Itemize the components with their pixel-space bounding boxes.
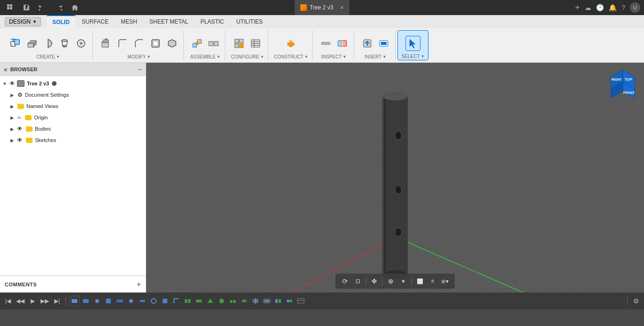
viewport[interactable]: TOP FRONT RIGHT ⟳ ⊡ ✥ ⊕ ▼ ⬜ # ⊞▼ bbox=[146, 63, 644, 293]
timeline-tool-8[interactable] bbox=[149, 296, 159, 306]
step-forward-icon[interactable]: ▶| bbox=[52, 296, 62, 306]
tab-surface[interactable]: SURFACE bbox=[76, 15, 115, 28]
origin-eye-icon[interactable]: 👁 bbox=[17, 115, 22, 120]
configure-icon[interactable] bbox=[231, 36, 247, 51]
browser-minus-icon[interactable]: − bbox=[138, 66, 142, 73]
joint-icon[interactable] bbox=[190, 36, 205, 51]
construct-label[interactable]: CONSTRUCT ▼ bbox=[274, 54, 308, 60]
grid-icon[interactable]: # bbox=[427, 276, 438, 287]
timeline-tool-4[interactable] bbox=[103, 296, 114, 306]
settings-gear-icon[interactable]: ⚙ bbox=[631, 296, 641, 306]
grid-menu-icon[interactable] bbox=[4, 2, 17, 13]
loft-icon[interactable] bbox=[57, 36, 72, 51]
tree-item-doc-settings[interactable]: ▶ ⚙ Document Settings bbox=[0, 89, 146, 100]
configure-table-icon[interactable] bbox=[248, 36, 263, 51]
tree-expand-views[interactable]: ▶ bbox=[9, 103, 15, 109]
timeline-tool-5[interactable] bbox=[115, 296, 125, 306]
design-button[interactable]: DESIGN ▼ bbox=[5, 17, 41, 26]
create-label[interactable]: CREATE ▼ bbox=[36, 54, 60, 60]
grid-options-icon[interactable]: ⊞▼ bbox=[440, 276, 451, 287]
select-label[interactable]: SELECT ▼ bbox=[402, 54, 425, 60]
timeline-tool-13[interactable] bbox=[205, 296, 215, 306]
tab-mesh[interactable]: MESH bbox=[115, 15, 143, 28]
zoom-dropdown-icon[interactable]: ▼ bbox=[398, 276, 409, 287]
fillet-icon[interactable] bbox=[115, 36, 130, 51]
notification-icon[interactable]: 🔔 bbox=[609, 4, 617, 11]
measure-icon[interactable] bbox=[318, 36, 333, 51]
tree-expand-root[interactable]: ▼ bbox=[2, 81, 8, 86]
select-icon[interactable] bbox=[405, 36, 421, 51]
tree-item-named-views[interactable]: ▶ Named Views bbox=[0, 100, 146, 112]
cloud-icon[interactable]: ☁ bbox=[585, 4, 591, 11]
timeline-tool-14[interactable] bbox=[216, 296, 227, 306]
save-icon[interactable] bbox=[20, 2, 33, 13]
tree-eye-root[interactable]: 👁 bbox=[9, 80, 15, 87]
timeline-tool-17[interactable] bbox=[250, 296, 261, 306]
timeline-tool-12[interactable] bbox=[194, 296, 204, 306]
timeline-tool-20[interactable] bbox=[284, 296, 295, 306]
tab-solid[interactable]: SOLID bbox=[47, 15, 75, 28]
tab-sheet-metal[interactable]: SHEET METAL bbox=[144, 15, 194, 28]
tree-expand-bodies[interactable]: ▶ bbox=[9, 126, 15, 132]
tab-utilities[interactable]: UTILITIES bbox=[231, 15, 268, 28]
home-icon[interactable] bbox=[68, 2, 81, 13]
tree-item-root[interactable]: ▼ 👁 Tree 2 v3 bbox=[0, 78, 146, 89]
interference-icon[interactable] bbox=[335, 36, 350, 51]
undo-icon[interactable] bbox=[36, 2, 49, 13]
user-avatar[interactable]: U bbox=[630, 2, 640, 13]
shell-icon[interactable] bbox=[148, 36, 163, 51]
timeline-tool-19[interactable] bbox=[273, 296, 283, 306]
play-icon[interactable]: ▶ bbox=[27, 296, 38, 306]
offset-plane-icon[interactable] bbox=[283, 36, 298, 51]
timeline-tool-3[interactable] bbox=[92, 296, 102, 306]
tree-item-bodies[interactable]: ▶ 👁 Bodies bbox=[0, 123, 146, 134]
configure-label[interactable]: CONFIGURE ▼ bbox=[231, 54, 264, 60]
redo-icon[interactable] bbox=[52, 2, 65, 13]
help-icon[interactable]: ? bbox=[621, 4, 625, 11]
inspect-label[interactable]: INSPECT ▼ bbox=[321, 54, 346, 60]
next-frame-icon[interactable]: ▶▶ bbox=[40, 296, 50, 306]
timeline-tool-18[interactable] bbox=[262, 296, 272, 306]
tab-close-icon[interactable]: × bbox=[340, 4, 344, 11]
display-mode-icon[interactable]: ⬜ bbox=[414, 276, 426, 287]
tab-plastic[interactable]: PLASTIC bbox=[195, 15, 230, 28]
timeline-tool-21[interactable] bbox=[296, 296, 306, 306]
document-tab[interactable]: Tree 2 v3 × bbox=[295, 0, 349, 15]
pan-icon[interactable]: ✥ bbox=[369, 276, 380, 287]
timeline-tool-16[interactable] bbox=[239, 296, 249, 306]
chamfer-icon[interactable] bbox=[132, 36, 147, 51]
tree-expand-sketches[interactable]: ▶ bbox=[9, 137, 15, 143]
assemble-label[interactable]: ASSEMBLE ▼ bbox=[190, 54, 221, 60]
bodies-eye-icon[interactable]: 👁 bbox=[17, 125, 23, 132]
modify-more-icon[interactable] bbox=[165, 36, 180, 51]
insert-derive-icon[interactable] bbox=[360, 36, 375, 51]
revolve-icon[interactable] bbox=[41, 36, 56, 51]
sketches-eye-icon[interactable]: 👁 bbox=[17, 137, 23, 143]
timeline-tool-7[interactable] bbox=[137, 296, 148, 306]
orbit-icon[interactable]: ⟳ bbox=[339, 276, 351, 287]
insert-label[interactable]: INSERT ▼ bbox=[364, 54, 386, 60]
new-tab-icon[interactable]: + bbox=[575, 3, 580, 13]
tree-expand-origin[interactable]: ▶ bbox=[9, 115, 15, 120]
prev-frame-icon[interactable]: ◀◀ bbox=[15, 296, 25, 306]
timeline-tool-10[interactable] bbox=[171, 296, 182, 306]
create-component-icon[interactable] bbox=[8, 36, 23, 51]
press-pull-icon[interactable] bbox=[99, 36, 114, 51]
timeline-tool-1[interactable] bbox=[69, 296, 80, 306]
create-more-icon[interactable] bbox=[74, 36, 89, 51]
zoom-icon[interactable]: ⊕ bbox=[385, 276, 396, 287]
look-at-icon[interactable]: ⊡ bbox=[352, 276, 363, 287]
browser-collapse-icon[interactable]: « bbox=[4, 66, 8, 73]
timeline-tool-15[interactable] bbox=[228, 296, 238, 306]
extrude-icon[interactable] bbox=[24, 36, 39, 51]
comments-add-icon[interactable]: + bbox=[137, 280, 141, 289]
timeline-tool-6[interactable] bbox=[126, 296, 136, 306]
timeline-tool-9[interactable] bbox=[160, 296, 170, 306]
modify-label[interactable]: MODIFY ▼ bbox=[128, 54, 151, 60]
viewcube[interactable]: TOP FRONT RIGHT bbox=[606, 67, 639, 100]
timeline-tool-11[interactable] bbox=[182, 296, 193, 306]
history-icon[interactable]: 🕐 bbox=[596, 4, 604, 11]
as-built-joint-icon[interactable] bbox=[206, 36, 221, 51]
tree-item-origin[interactable]: ▶ 👁 Origin bbox=[0, 112, 146, 123]
timeline-tool-2[interactable] bbox=[81, 296, 91, 306]
